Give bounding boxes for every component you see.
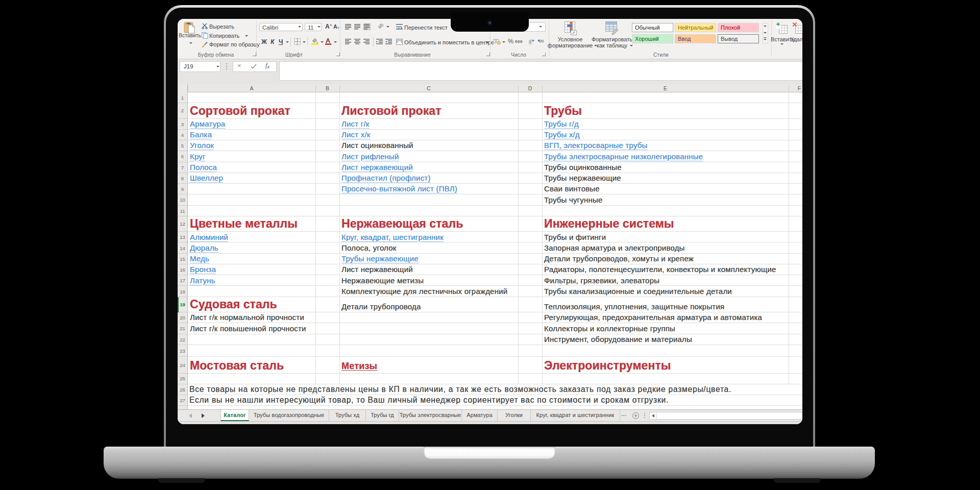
svg-text:00: 00 xyxy=(529,42,532,44)
